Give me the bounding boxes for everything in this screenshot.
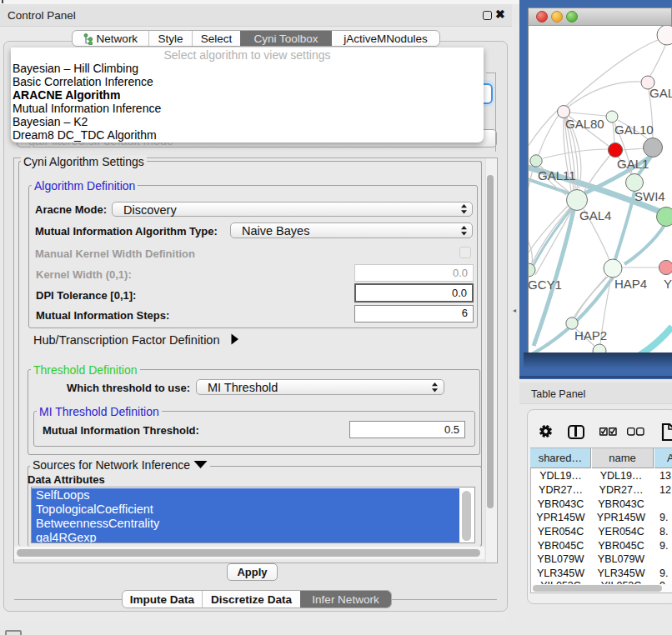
svg-text:GAL2: GAL2: [649, 86, 672, 100]
svg-text:GAL4: GAL4: [579, 208, 611, 222]
svg-text:GAL1: GAL1: [617, 157, 649, 171]
svg-text:HAP2: HAP2: [574, 328, 607, 342]
svg-text:HAP4: HAP4: [614, 277, 647, 291]
svg-text:SWI4: SWI4: [634, 189, 665, 203]
svg-text:Y: Y: [664, 277, 672, 291]
svg-text:GAL80: GAL80: [565, 117, 604, 131]
svg-text:GAL10: GAL10: [614, 122, 654, 137]
svg-text:GCY1: GCY1: [529, 278, 562, 292]
svg-text:GAL11: GAL11: [538, 168, 576, 182]
